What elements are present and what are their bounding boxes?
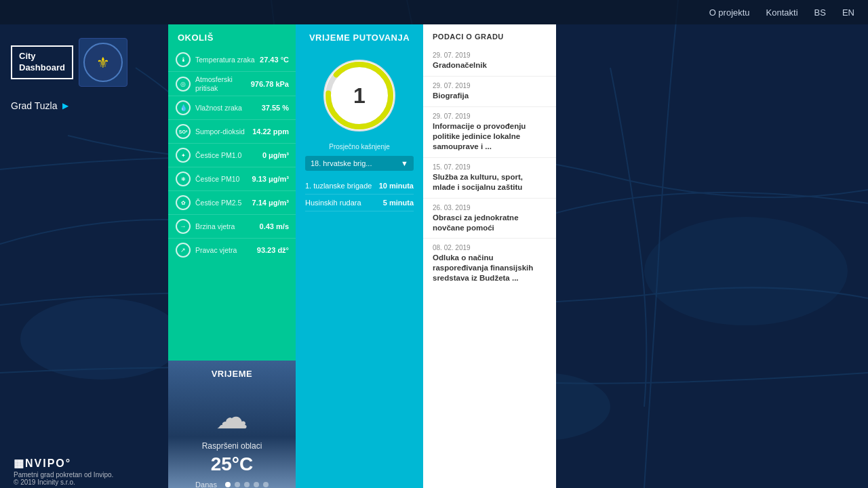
route-name-1: Husinskih rudara xyxy=(305,199,361,207)
news-panel: PODACI O GRADU 29. 07. 2019 Gradonačelni… xyxy=(423,24,556,488)
footer-copyright: © 2019 Incinity s.r.o. xyxy=(14,479,854,486)
route-name-0: 1. tuzlanske brigade xyxy=(305,182,372,190)
env-label-humidity: Vlažnost zraka xyxy=(195,104,262,113)
env-row-humidity: 💧 Vlažnost zraka 37.55 % xyxy=(168,96,296,120)
news-item-1[interactable]: 29. 07. 2019 Biografija xyxy=(423,77,556,107)
env-label-so2: Sumpor-dioksid xyxy=(195,127,252,136)
gauge-icon: ◎ xyxy=(175,76,191,92)
env-value-humidity: 37.55 % xyxy=(262,104,289,112)
env-label-pressure: Atmosferski pritisak xyxy=(195,75,251,92)
header: O projektu Kontakti BS EN xyxy=(0,0,868,24)
env-label-pm-10: Čestice PM10 xyxy=(195,175,252,184)
header-nav: O projektu Kontakti BS EN xyxy=(709,7,854,18)
city-name: Grad Tuzla xyxy=(11,100,57,111)
cloud-icon: ☁ xyxy=(216,398,248,436)
env-value-temp: 27.43 °C xyxy=(260,56,289,64)
pm25-icon: ✿ xyxy=(175,195,191,211)
travel-panel: VRIJEME PUTOVANJA 1 Prosječno kašnjenje … xyxy=(296,24,423,488)
weather-description: Raspršeni oblaci xyxy=(202,441,262,451)
news-date-1: 29. 07. 2019 xyxy=(433,82,547,89)
news-headline-1: Biografija xyxy=(433,91,547,101)
wind-dir-icon: ↗ xyxy=(175,242,191,258)
env-row-pm10: ✦ Čestice PM1.0 0 μg/m³ xyxy=(168,144,296,167)
drop-icon: 💧 xyxy=(175,100,191,116)
news-headline-3: Služba za kulturu, sport, mlade i socija… xyxy=(433,172,547,192)
route-row-0: 1. tuzlanske brigade 10 minuta xyxy=(305,178,414,195)
app-name-line1: City xyxy=(19,51,36,61)
main-content: OKOLIŠ 🌡 Temperatura zraka 27.43 °C ◎ At… xyxy=(168,24,868,488)
news-item-0[interactable]: 29. 07. 2019 Gradonačelnik xyxy=(423,46,556,77)
city-arrow-icon[interactable]: ▶ xyxy=(62,101,68,110)
env-value-pm25: 7.14 μg/m³ xyxy=(252,199,289,207)
env-value-so2: 14.22 ppm xyxy=(252,127,289,136)
left-panels: OKOLIŠ 🌡 Temperatura zraka 27.43 °C ◎ At… xyxy=(168,24,296,488)
env-value-pressure: 976.78 kPa xyxy=(251,80,289,88)
env-label-pm25: Čestice PM2.5 xyxy=(195,199,252,207)
gauge-label: Prosječno kašnjenje xyxy=(329,143,390,150)
news-headline-0: Gradonačelnik xyxy=(433,60,547,70)
selected-route-label: 18. hrvatske brig... xyxy=(311,159,372,167)
env-value-wind-speed: 0.43 m/s xyxy=(260,222,289,230)
contact-link[interactable]: Kontakti xyxy=(766,7,798,18)
route-rows: 1. tuzlanske brigade 10 minuta Husinskih… xyxy=(296,178,423,211)
lang-en-link[interactable]: EN xyxy=(842,7,854,18)
logo-area: City Dashboard ⚜ xyxy=(11,38,152,87)
env-value-wind-dir: 93.23 dž° xyxy=(257,246,289,254)
env-label-wind-dir: Pravac vjetra xyxy=(195,246,257,255)
env-row-so2: SO² Sumpor-dioksid 14.22 ppm xyxy=(168,120,296,144)
route-time-0: 10 minuta xyxy=(379,182,414,190)
env-value-pm-10: 9.13 μg/m³ xyxy=(252,175,289,183)
news-date-2: 29. 07. 2019 xyxy=(433,113,547,120)
env-row-temp: 🌡 Temperatura zraka 27.43 °C xyxy=(168,48,296,72)
okolis-panel: OKOLIŠ 🌡 Temperatura zraka 27.43 °C ◎ At… xyxy=(168,24,296,361)
footer: ▦NVIPO° Pametni grad pokretan od Invipo.… xyxy=(0,454,868,488)
footer-tagline: Pametni grad pokretan od Invipo. xyxy=(14,471,854,479)
travel-title: VRIJEME PUTOVANJA xyxy=(296,24,423,48)
env-label-pm10: Čestice PM1.0 xyxy=(195,151,262,160)
okolis-title: OKOLIŠ xyxy=(168,24,296,48)
news-date-4: 26. 03. 2019 xyxy=(433,204,547,211)
pm-10-icon: ❋ xyxy=(175,171,191,187)
env-row-wind-speed: → Brzina vjetra 0.43 m/s xyxy=(168,215,296,239)
thermometer-icon: 🌡 xyxy=(175,52,191,68)
wind-speed-icon: → xyxy=(175,218,191,235)
lang-bs-link[interactable]: BS xyxy=(814,7,826,18)
so2-icon: SO² xyxy=(175,123,191,140)
svg-text:⚜: ⚜ xyxy=(96,54,110,71)
gauge-center-value: 1 xyxy=(353,83,366,108)
news-item-5[interactable]: 08. 02. 2019 Odluka o načinu raspoređiva… xyxy=(423,239,556,289)
news-headline-5: Odluka o načinu raspoređivanja finansijs… xyxy=(433,253,547,283)
news-date-3: 15. 07. 2019 xyxy=(433,163,547,171)
env-label-wind-speed: Brzina vjetra xyxy=(195,222,260,231)
news-item-3[interactable]: 15. 07. 2019 Služba za kulturu, sport, m… xyxy=(423,158,556,199)
news-headline-2: Informacije o provođenju politike jedini… xyxy=(433,121,547,152)
env-row-wind-dir: ↗ Pravac vjetra 93.23 dž° xyxy=(168,239,296,262)
news-date-5: 08. 02. 2019 xyxy=(433,244,547,251)
news-date-0: 29. 07. 2019 xyxy=(433,52,547,59)
env-row-pm-10: ❋ Čestice PM10 9.13 μg/m³ xyxy=(168,167,296,191)
sidebar: City Dashboard ⚜ Grad Tuzla ▶ xyxy=(0,24,163,488)
news-headline-4: Obrasci za jednokratne novčane pomoći xyxy=(433,213,547,233)
about-link[interactable]: O projektu xyxy=(709,7,750,18)
route-dropdown-icon: ▼ xyxy=(401,159,408,167)
pm10-icon: ✦ xyxy=(175,147,191,163)
news-title: PODACI O GRADU xyxy=(423,24,556,46)
city-logo: ⚜ xyxy=(79,38,127,87)
env-label-temp: Temperatura zraka xyxy=(195,56,260,64)
route-row-1: Husinskih rudara 5 minuta xyxy=(305,195,414,211)
city-name-row: Grad Tuzla ▶ xyxy=(11,100,152,111)
app-name-line2: Dashboard xyxy=(19,62,65,73)
route-selector[interactable]: 18. hrvatske brig... ▼ xyxy=(305,156,414,171)
env-value-pm10: 0 μg/m³ xyxy=(262,151,289,159)
travel-gauge: 1 xyxy=(319,55,400,136)
weather-title: VRIJEME xyxy=(202,361,262,384)
env-row-pressure: ◎ Atmosferski pritisak 976.78 kPa xyxy=(168,72,296,96)
env-row-pm25: ✿ Čestice PM2.5 7.14 μg/m³ xyxy=(168,191,296,215)
route-time-1: 5 minuta xyxy=(383,199,414,207)
news-item-2[interactable]: 29. 07. 2019 Informacije o provođenju po… xyxy=(423,107,556,158)
footer-logo: ▦NVIPO° xyxy=(14,457,854,470)
news-item-4[interactable]: 26. 03. 2019 Obrasci za jednokratne novč… xyxy=(423,199,556,239)
city-dashboard-box: City Dashboard xyxy=(11,45,73,79)
